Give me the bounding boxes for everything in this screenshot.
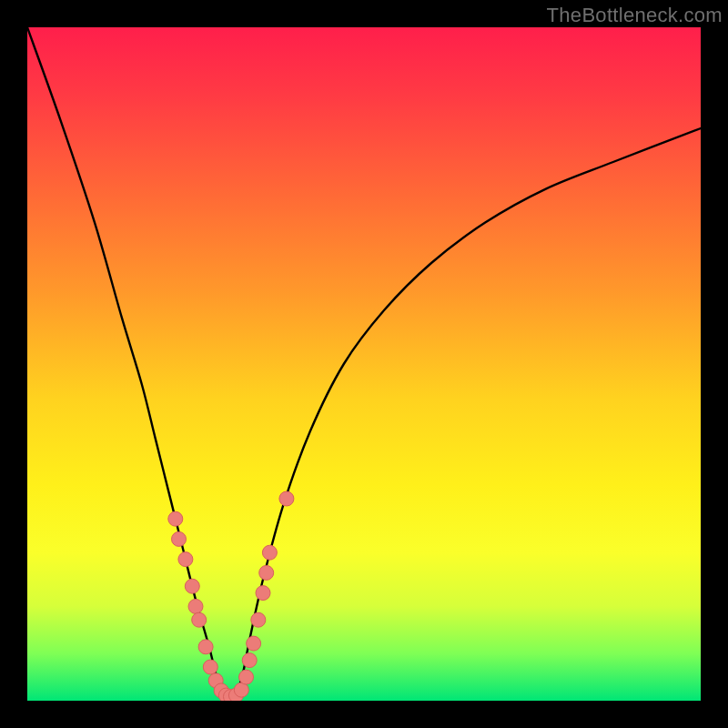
highlight-dot [185,579,199,593]
highlight-dot [178,552,193,567]
chart-frame: TheBottleneck.com [0,0,728,728]
highlight-dot [168,511,183,526]
highlight-dot [172,531,187,546]
highlight-dot [262,545,277,560]
watermark-text: TheBottleneck.com [547,4,723,27]
highlight-dot [247,636,261,651]
highlight-dots-group [168,491,294,701]
highlight-dot [198,640,213,654]
highlight-dot [256,586,270,601]
highlight-dot [259,565,274,580]
highlight-dot [203,660,217,674]
bottleneck-curve [27,27,701,701]
highlight-dot [234,682,248,697]
highlight-dot [239,670,254,684]
plot-area [27,27,701,701]
highlight-dot [242,653,257,668]
chart-svg [27,27,701,701]
highlight-dot [251,612,266,627]
highlight-dot [214,683,228,698]
highlight-dot [192,612,207,627]
highlight-dot [223,690,238,701]
highlight-dot [188,599,203,613]
highlight-dot [218,688,233,701]
highlight-dot [279,491,294,506]
highlight-dot [228,688,243,701]
highlight-dot [208,673,223,688]
